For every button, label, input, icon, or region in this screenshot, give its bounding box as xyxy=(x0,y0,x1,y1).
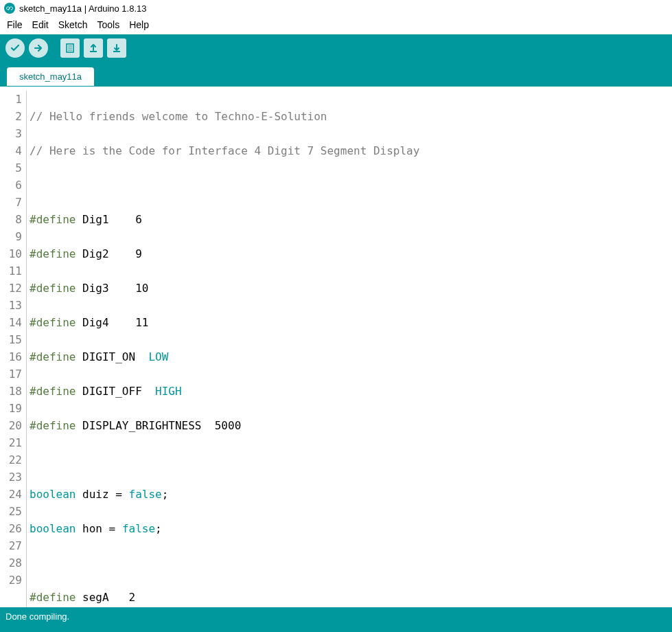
menu-edit[interactable]: Edit xyxy=(28,18,53,32)
new-sketch-button[interactable] xyxy=(60,38,80,58)
save-sketch-button[interactable] xyxy=(107,38,126,58)
code-content[interactable]: // Hello friends welcome to Techno-E-Sol… xyxy=(26,91,672,607)
code-editor[interactable]: 12345 678910 1112131415 1617181920 21222… xyxy=(0,87,672,607)
upload-button[interactable] xyxy=(29,38,48,58)
verify-button[interactable] xyxy=(5,38,25,58)
menu-tools[interactable]: Tools xyxy=(93,18,124,32)
open-sketch-button[interactable] xyxy=(84,38,103,58)
arduino-app-icon xyxy=(4,3,15,14)
tabbar: sketch_may11a xyxy=(0,62,672,87)
tab-sketch[interactable]: sketch_may11a xyxy=(7,67,94,86)
toolbar xyxy=(0,34,672,62)
titlebar: sketch_may11a | Arduino 1.8.13 xyxy=(0,0,672,16)
menu-sketch[interactable]: Sketch xyxy=(54,18,92,32)
menu-help[interactable]: Help xyxy=(125,18,153,32)
status-text: Done compiling. xyxy=(5,611,69,622)
window-title: sketch_may11a | Arduino 1.8.13 xyxy=(19,3,147,14)
statusbar: Done compiling. xyxy=(0,607,672,632)
menubar: File Edit Sketch Tools Help xyxy=(0,16,672,34)
line-gutter: 12345 678910 1112131415 1617181920 21222… xyxy=(0,91,26,607)
menu-file[interactable]: File xyxy=(3,18,27,32)
